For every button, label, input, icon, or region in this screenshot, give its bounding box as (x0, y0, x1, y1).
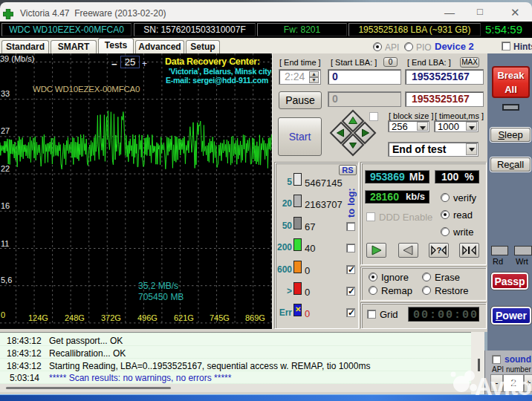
svg-text:Avito: Avito (475, 373, 531, 400)
svg-text:?: ? (437, 246, 442, 255)
